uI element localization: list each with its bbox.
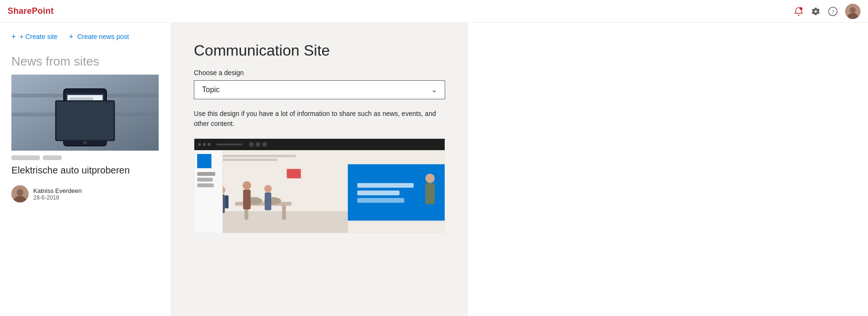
top-nav: SharePoint ?: [0, 0, 868, 23]
panel-title: Communication Site: [194, 42, 445, 59]
design-preview: [194, 138, 445, 233]
svg-rect-34: [223, 194, 225, 213]
svg-rect-44: [357, 191, 400, 195]
preview-main-area: [223, 150, 445, 233]
design-description: Use this design if you have a lot of inf…: [194, 109, 445, 129]
create-news-label: Create news post: [77, 33, 129, 40]
sharepoint-logo: SharePoint: [8, 6, 54, 16]
svg-point-0: [798, 14, 800, 16]
svg-point-1: [800, 7, 802, 10]
preview-topbar: [194, 139, 445, 150]
preview-body: [194, 150, 445, 233]
svg-rect-36: [225, 195, 229, 209]
svg-rect-49: [223, 159, 277, 161]
nav-icons: ?: [794, 4, 860, 19]
preview-logo-block: [197, 154, 211, 168]
svg-rect-22: [216, 144, 242, 145]
author-avatar: [11, 185, 29, 202]
svg-point-39: [264, 185, 272, 192]
nav-item-1: [197, 172, 215, 176]
svg-point-5: [850, 7, 856, 13]
svg-rect-47: [425, 183, 435, 204]
svg-point-18: [83, 140, 87, 145]
design-dropdown-value: Topic: [202, 86, 219, 94]
plus-icon-2: +: [69, 32, 73, 41]
blurb-line-1: [11, 155, 40, 160]
svg-rect-30: [282, 206, 286, 220]
svg-point-46: [425, 173, 435, 183]
dot-2: [203, 143, 206, 146]
svg-rect-43: [357, 183, 414, 188]
nav-item-3: [197, 183, 214, 187]
create-news-button[interactable]: + Create news post: [69, 32, 129, 41]
svg-rect-38: [243, 190, 251, 210]
main-layout: + + Create site + Create news post News …: [0, 23, 868, 316]
design-dropdown[interactable]: Topic ⌄: [194, 80, 445, 99]
svg-point-37: [243, 181, 251, 190]
panel-content: Communication Site Choose a design Topic…: [171, 27, 468, 245]
news-image-card: [11, 75, 159, 151]
news-article-title: Elektrische auto uitproberen: [0, 163, 171, 182]
svg-rect-12: [66, 94, 104, 139]
creation-panel: Communication Site Choose a design Topic…: [171, 0, 468, 316]
help-icon[interactable]: ?: [828, 7, 838, 16]
svg-rect-10: [11, 113, 159, 116]
author-name: Katniss Everdeen: [33, 187, 82, 194]
settings-icon[interactable]: [811, 7, 820, 16]
choose-design-label: Choose a design: [194, 69, 445, 77]
preview-side-nav: [194, 150, 223, 233]
svg-rect-45: [357, 198, 404, 203]
svg-text:?: ?: [831, 8, 834, 15]
svg-rect-14: [69, 97, 93, 100]
news-section-title: News from sites: [0, 47, 171, 75]
chevron-down-icon: ⌄: [431, 86, 437, 94]
svg-rect-16: [69, 106, 98, 108]
news-author-row: Katniss Everdeen 28-6-2018: [0, 182, 171, 206]
notification-icon[interactable]: [794, 7, 803, 16]
news-blurb: [0, 151, 171, 163]
author-info: Katniss Everdeen 28-6-2018: [33, 187, 82, 201]
avatar[interactable]: [845, 4, 860, 19]
svg-rect-40: [265, 192, 271, 211]
create-site-label: + Create site: [19, 33, 57, 40]
dot-3: [208, 143, 210, 146]
sidebar-toolbar: + + Create site + Create news post: [0, 23, 171, 47]
svg-rect-48: [223, 155, 296, 157]
sidebar: + + Create site + Create news post News …: [0, 23, 171, 316]
create-site-button[interactable]: + + Create site: [11, 32, 57, 41]
svg-rect-41: [287, 169, 301, 179]
svg-point-20: [17, 189, 23, 196]
author-date: 28-6-2018: [33, 194, 82, 201]
svg-rect-15: [69, 102, 101, 104]
news-image: [11, 75, 159, 151]
svg-rect-13: [67, 95, 103, 137]
preview-inner: [194, 139, 445, 233]
nav-item-2: [197, 178, 213, 182]
plus-icon: +: [11, 32, 16, 41]
svg-point-23: [249, 142, 254, 147]
svg-point-24: [256, 142, 260, 147]
svg-rect-17: [69, 113, 84, 122]
blurb-line-2: [43, 155, 62, 160]
nav-left: SharePoint: [8, 6, 54, 16]
dot-1: [198, 143, 201, 146]
svg-point-25: [262, 142, 267, 147]
